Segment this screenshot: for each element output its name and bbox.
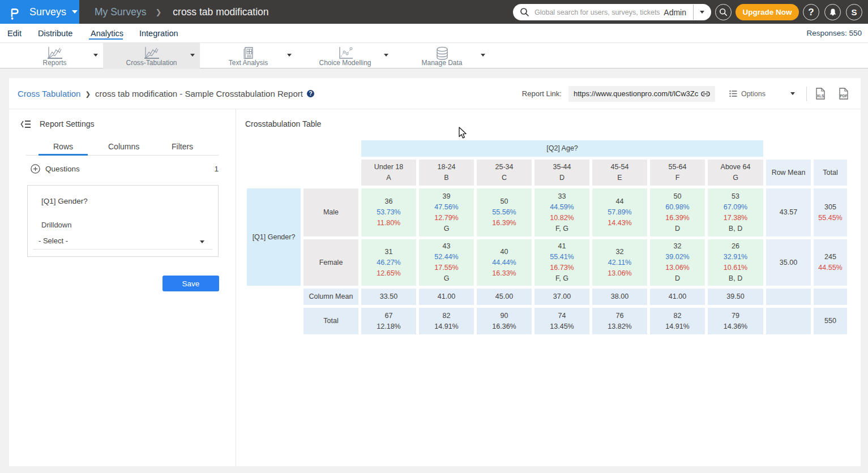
svg-text:PDF: PDF — [840, 94, 847, 98]
svg-text:XLS: XLS — [816, 94, 824, 98]
